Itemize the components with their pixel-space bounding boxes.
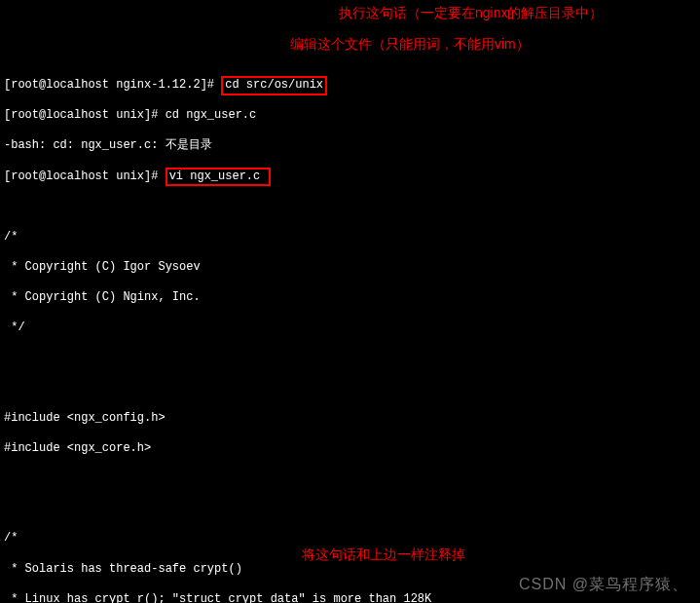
code-line — [4, 381, 696, 396]
shell-line: -bash: cd: ngx_user.c: 不是目录 — [4, 138, 696, 154]
blank-line — [4, 200, 696, 215]
code-line — [4, 352, 696, 366]
prompt-text: [root@localhost unix]# — [4, 170, 166, 183]
prompt-text: [root@localhost nginx-1.12.2]# — [4, 78, 221, 92]
shell-line: [root@localhost unix]# vi ngx_user.c — [4, 170, 696, 185]
shell-line: [root@localhost nginx-1.12.2]# cd src/os… — [4, 78, 696, 94]
highlighted-command-2: vi ngx_user.c — [166, 168, 272, 187]
code-line: /* — [4, 230, 696, 245]
code-line: * Copyright (C) Igor Sysoev — [4, 260, 696, 276]
code-line: #include <ngx_config.h> — [4, 411, 696, 427]
shell-line: [root@localhost unix]# cd ngx_user.c — [4, 108, 696, 124]
watermark: CSDN @菜鸟程序猿、 — [519, 575, 688, 595]
terminal-output: [root@localhost nginx-1.12.2]# cd src/os… — [0, 60, 700, 603]
code-line: /* — [4, 531, 696, 546]
code-line: * Copyright (C) Nginx, Inc. — [4, 290, 696, 306]
annotation-2: 编辑这个文件（只能用词，不能用vim） — [290, 35, 530, 53]
code-line: #include <ngx_core.h> — [4, 441, 696, 457]
annotation-1: 执行这句话（一定要在nginx的解压目录中） — [339, 4, 603, 21]
highlighted-command-1: cd src/os/unix — [221, 76, 327, 95]
code-line — [4, 471, 696, 486]
code-line — [4, 502, 696, 516]
annotation-3: 将这句话和上边一样注释掉 — [302, 546, 465, 563]
code-line: */ — [4, 320, 696, 336]
